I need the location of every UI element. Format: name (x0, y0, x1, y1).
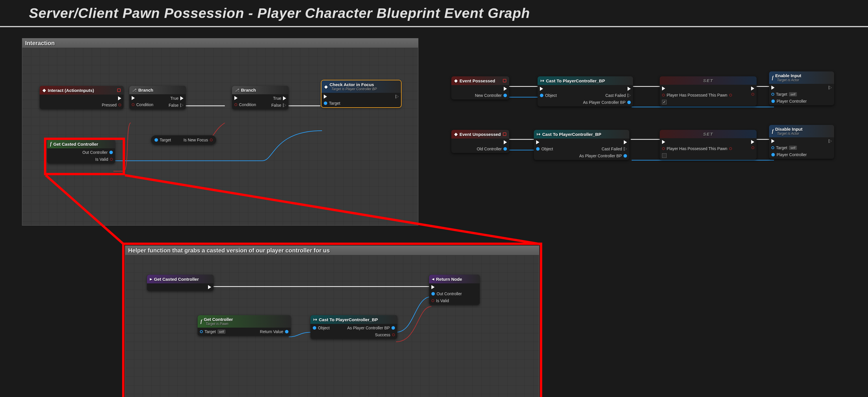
node-is-new-focus[interactable]: Target Is New Focus (151, 135, 216, 144)
pin-exec-in[interactable] (771, 86, 807, 90)
pin-target[interactable]: Targetself (771, 145, 807, 150)
pin-exec-in[interactable] (132, 96, 153, 100)
node-head: f Enable InputTarget is Actor (769, 71, 834, 84)
node-set-1[interactable]: SET Player Has Possessed This Pawn ✓ (660, 76, 756, 106)
pin-exec-in[interactable] (324, 95, 340, 99)
node-event-possessed[interactable]: ◆Event Possessed New Controller (452, 76, 509, 99)
node-head: ◆Event Possessed (452, 76, 509, 85)
node-set-2[interactable]: SET Player Has Possessed This Pawn (660, 130, 756, 160)
pin-condition[interactable]: Condition (235, 102, 256, 107)
graph-canvas: Interaction ◆ Interact (ActionInputs) Pr… (0, 30, 868, 397)
pin-condition[interactable]: Condition (132, 102, 153, 107)
pin-as-player[interactable]: As Player Controller BP (579, 154, 627, 158)
node-title: Check Actor in Focus (330, 82, 377, 87)
pin-exec-out[interactable] (504, 140, 507, 144)
branch-icon: ⎇ (132, 88, 136, 92)
pin-cast-failed[interactable]: Cast Failed (605, 93, 631, 98)
pin-pressed[interactable]: Pressed (102, 103, 121, 107)
pin-exec-in[interactable] (771, 139, 807, 143)
pin-target[interactable]: Target (324, 101, 340, 105)
node-title: Branch (138, 88, 153, 93)
pin-exec-out[interactable] (504, 87, 507, 91)
panel-header-interaction: Interaction (22, 38, 418, 48)
pin-exec-out[interactable] (751, 87, 754, 91)
delegate-pin[interactable] (503, 79, 506, 82)
pin-exec-out[interactable] (624, 140, 627, 144)
pin-cast-failed[interactable]: Cast Failed (601, 146, 627, 151)
pin-exec-in[interactable] (235, 96, 256, 100)
node-branch-1[interactable]: ⎇Branch Condition True False (129, 86, 186, 109)
node-title: Disable Input (775, 127, 802, 132)
node-head: ↦Cast To PlayerController_BP (537, 76, 633, 85)
pin-old-controller[interactable]: Old Controller (477, 146, 507, 151)
node-branch-2[interactable]: ⎇Branch Condition True False (232, 86, 288, 109)
pin-object[interactable]: Object (540, 93, 557, 98)
node-title: Event Unpossessed (460, 132, 501, 137)
pin-exec-in[interactable] (540, 87, 557, 91)
panel-interaction: Interaction ◆ Interact (ActionInputs) Pr… (22, 38, 418, 226)
event-icon: ◆ (42, 88, 46, 93)
pin-false[interactable]: False (271, 103, 286, 107)
pin-new-controller[interactable]: New Controller (475, 93, 507, 98)
node-cast-1[interactable]: ↦Cast To PlayerController_BP Object Cast… (537, 76, 633, 106)
page-title: Server/Client Pawn Possession - Player C… (0, 0, 868, 26)
node-head: SET (660, 76, 756, 85)
node-title: Enable Input (775, 73, 801, 78)
pin-player-controller[interactable]: Player Controller (771, 153, 807, 157)
highlight-box-detail (122, 242, 542, 397)
title-divider (0, 26, 868, 27)
node-head: ◆ Check Actor in Focus Target is Player … (321, 80, 401, 93)
node-head: ↦Cast To PlayerController_BP (534, 130, 629, 138)
delegate-pin[interactable] (117, 89, 121, 92)
pin-exec-out[interactable] (829, 86, 832, 90)
node-disable-input[interactable]: f Disable InputTarget is Actor Targetsel… (769, 125, 834, 159)
pin-target[interactable]: Targetself (771, 92, 807, 97)
cast-icon: ↦ (537, 132, 540, 137)
node-event-unpossessed[interactable]: ◆Event Unpossessed Old Controller (452, 130, 509, 153)
node-title: Interact (ActionInputs) (48, 88, 94, 93)
node-head: f Disable InputTarget is Actor (769, 125, 834, 137)
pin-true[interactable]: True (170, 96, 183, 101)
delegate-pin[interactable] (503, 132, 506, 136)
pin-player-controller[interactable]: Player Controller (771, 99, 807, 103)
pin-exec-in[interactable] (662, 140, 732, 144)
node-head: ⎇Branch (129, 86, 186, 94)
checkbox[interactable]: ✓ (662, 100, 732, 104)
node-subtitle: Target is Actor (777, 132, 802, 136)
node-cast-2[interactable]: ↦Cast To PlayerController_BP Object Cast… (534, 130, 629, 160)
branch-icon: ⎇ (235, 88, 239, 92)
pin-out-bool[interactable] (751, 146, 754, 149)
pin-exec-out[interactable] (829, 139, 832, 143)
node-subtitle: Target is Player Controller BP (331, 87, 377, 91)
cast-icon: ↦ (540, 78, 544, 83)
event-icon: ◆ (454, 78, 458, 83)
pin-exec-in[interactable] (662, 87, 732, 91)
node-head: ◆Event Unpossessed (452, 130, 509, 138)
node-interact[interactable]: ◆ Interact (ActionInputs) Pressed (40, 86, 124, 109)
grid-bg (22, 48, 418, 225)
event-icon: ◆ (454, 132, 458, 137)
highlight-box-source (44, 138, 125, 175)
pin-exec-out[interactable] (751, 140, 754, 144)
pin-exec-out[interactable] (627, 87, 631, 91)
checkbox[interactable] (662, 153, 732, 158)
pin-var[interactable]: Player Has Possessed This Pawn (662, 93, 732, 97)
node-check-actor[interactable]: ◆ Check Actor in Focus Target is Player … (321, 80, 401, 107)
pin-out-bool[interactable] (751, 93, 754, 96)
pin-as-player[interactable]: As Player Controller BP (583, 100, 631, 105)
pin-var[interactable]: Player Has Possessed This Pawn (662, 146, 732, 151)
node-title: SET (662, 78, 754, 83)
node-head: ⎇Branch (232, 86, 288, 94)
node-head: SET (660, 130, 756, 138)
node-title: Cast To PlayerController_BP (542, 132, 601, 137)
pin-exec-out[interactable] (396, 95, 399, 99)
pin-true[interactable]: True (273, 96, 286, 101)
pin-object[interactable]: Object (536, 146, 553, 151)
node-enable-input[interactable]: f Enable InputTarget is Actor Targetself… (769, 71, 834, 105)
pin-exec-out[interactable] (118, 96, 121, 100)
pin-false[interactable]: False (169, 103, 183, 107)
pin-out[interactable]: Is New Focus (183, 138, 213, 142)
pin-exec-in[interactable] (536, 140, 553, 144)
node-title: SET (662, 132, 754, 136)
pin-target[interactable]: Target (155, 138, 171, 142)
